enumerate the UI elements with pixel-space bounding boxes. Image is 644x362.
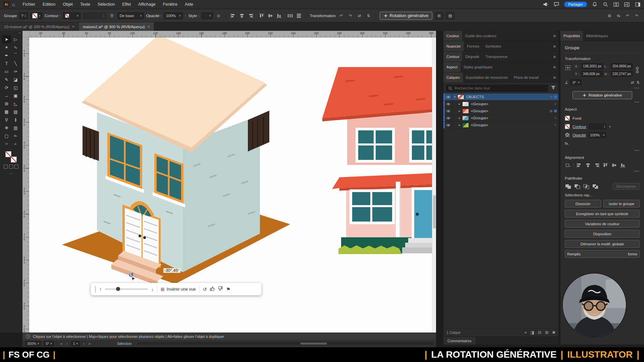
target-icon[interactable]: ◎ — [548, 109, 554, 113]
direct-selection-tool[interactable]: ▷ — [11, 35, 20, 43]
megaphone-icon[interactable] — [543, 2, 549, 7]
panel-tab-Nuancier[interactable]: Nuancier — [443, 41, 464, 51]
enregistrer-symbole-button[interactable]: Enregistrer en tant que symbole — [565, 210, 640, 218]
panel-tab-Transparence[interactable]: Transparence — [482, 52, 511, 62]
gradient-tool[interactable]: ▧ — [11, 108, 20, 116]
eyedropper-tool[interactable]: ⚲ — [2, 116, 11, 124]
visibility-toggle[interactable] — [445, 108, 452, 114]
menu-item-Edition[interactable]: Edition — [39, 2, 59, 7]
draw-inside-icon[interactable] — [14, 165, 18, 169]
house-1[interactable] — [62, 38, 290, 286]
vertical-scrollbar-thumb[interactable] — [433, 195, 436, 229]
align-right-icon[interactable] — [593, 162, 600, 168]
panel-tab-Calques[interactable]: Calques — [443, 72, 463, 82]
visibility-toggle[interactable] — [445, 94, 452, 100]
layer-row[interactable]: ▸<Groupe>○ — [443, 122, 558, 129]
tab-close-icon[interactable]: × — [72, 24, 74, 29]
search-icon[interactable] — [602, 2, 608, 7]
scale-tool[interactable]: ◱ — [11, 83, 20, 92]
expand-chevron-icon[interactable]: ▸ — [457, 109, 462, 113]
layer-row[interactable]: ▸<Groupe>○ — [443, 101, 558, 108]
workspace-icon[interactable] — [624, 2, 630, 7]
fill-label[interactable]: Fond — [573, 116, 581, 120]
document-tab-2-active[interactable]: maison2.ai* @ 300 % (RVB/Aperçu)× — [79, 22, 154, 31]
comments-tab[interactable]: Commentaires — [443, 337, 476, 345]
artboard-tool[interactable]: ▢ — [2, 132, 11, 140]
shape-builder-tool[interactable]: ⊞ — [2, 100, 11, 108]
align-bottom-icon[interactable] — [620, 162, 626, 168]
ruler-origin-corner[interactable] — [22, 31, 29, 38]
layer-row[interactable]: ▾OBJECTS○ — [443, 94, 558, 101]
selection-color-square[interactable] — [554, 96, 557, 98]
lasso-tool[interactable]: ∿ — [11, 43, 20, 51]
redo-icon[interactable]: ↷ — [633, 13, 640, 19]
perspective-grid-tool[interactable]: ◺ — [11, 100, 20, 108]
visibility-toggle[interactable] — [445, 101, 452, 107]
zoom-select[interactable]: 300%▾ — [25, 341, 41, 346]
zoom-tool[interactable]: ⌕ — [11, 140, 20, 148]
target-icon[interactable]: ○ — [552, 102, 558, 106]
horizontal-scrollbar[interactable] — [138, 342, 433, 345]
document-layout-icon[interactable]: ▤ — [446, 12, 454, 19]
dissocier-button[interactable]: Dissocier — [565, 200, 601, 207]
link-dimensions-icon[interactable] — [635, 63, 640, 74]
slider-knob[interactable] — [116, 287, 120, 291]
eraser-tool[interactable]: ◪ — [11, 75, 20, 83]
column-graph-tool[interactable]: ▥ — [11, 124, 20, 132]
locate-object-icon[interactable]: ⌖ — [525, 330, 527, 335]
panel-menu-icon[interactable]: ≡ — [550, 72, 558, 82]
flip-horizontal-icon[interactable]: ⇄ — [631, 80, 634, 85]
width-input[interactable] — [611, 63, 633, 69]
align-center-icon[interactable] — [238, 13, 245, 19]
tab-proprietes[interactable]: Propriétés — [560, 31, 583, 41]
artboard-number-select[interactable]: 1▾ — [71, 341, 80, 346]
transform-more-options[interactable]: ••• — [565, 86, 640, 90]
mesh-tool[interactable]: ▦ — [2, 108, 11, 116]
hand-tool[interactable]: ☞ — [2, 140, 11, 148]
align-top-icon[interactable] — [258, 13, 265, 19]
menu-item-Objet[interactable]: Objet — [59, 2, 76, 7]
edit-toolbar-icon[interactable]: ⋯ — [0, 171, 22, 176]
insert-view-button[interactable]: ⊞ Insérer une vue — [161, 287, 196, 292]
pathfinder-intersect-icon[interactable] — [583, 183, 590, 189]
panel-tab-Exportation de ressources[interactable]: Exportation de ressources — [463, 72, 511, 82]
layer-row[interactable]: ▸<Groupe>○ — [443, 115, 558, 122]
visibility-toggle[interactable] — [445, 122, 452, 128]
disposition-button[interactable]: Disposition — [565, 230, 640, 238]
opacity-panel-arrow-icon[interactable]: › — [185, 14, 186, 17]
expand-chevron-icon[interactable]: ▾ — [452, 95, 458, 99]
regenerate-icon[interactable]: ↺ — [203, 287, 207, 292]
type-tool[interactable]: T — [2, 59, 11, 67]
stroke-weight-dropdown-icon[interactable]: ▾ — [609, 125, 611, 128]
align-center-icon[interactable] — [585, 162, 591, 168]
align-left-icon[interactable] — [576, 162, 583, 168]
height-input[interactable] — [611, 71, 633, 77]
menu-item-Sélection[interactable]: Sélection — [94, 2, 118, 7]
panel-tab-Dégradé[interactable]: Dégradé — [462, 52, 482, 62]
new-layer-icon[interactable]: ⊞ — [545, 330, 548, 335]
transform-label[interactable]: Transformation — [310, 14, 336, 18]
help-icon[interactable]: ? — [26, 334, 30, 339]
undo-icon[interactable]: ↶ — [624, 13, 631, 19]
align-more-options[interactable]: ••• — [565, 170, 640, 173]
blend-tool[interactable]: ≬ — [11, 116, 20, 124]
layer-row[interactable]: ▸<Groupe>◎ — [443, 108, 558, 115]
rotation-slider[interactable] — [105, 289, 148, 290]
house-2[interactable] — [322, 67, 436, 254]
panel-tab-Formes[interactable]: Formes — [464, 41, 482, 51]
opacity-select[interactable]: 100%▾ — [164, 12, 183, 19]
generative-rotation-button[interactable]: Rotation générative — [380, 12, 433, 20]
panel-menu-icon[interactable]: ≡ — [550, 52, 558, 62]
pathfinder-exclude-icon[interactable] — [592, 183, 599, 189]
rotate-tool[interactable]: ⟳ — [2, 83, 11, 92]
illustrator-logo-icon[interactable]: Ai — [3, 1, 9, 7]
thumbs-down-icon[interactable] — [218, 286, 223, 292]
layers-search-input[interactable] — [446, 85, 548, 92]
workspace-grid-icon[interactable]: ⊞ — [606, 13, 613, 19]
line-segment-tool[interactable]: ╲ — [11, 59, 20, 67]
pen-tool[interactable]: ✒ — [2, 51, 11, 59]
horizontal-scrollbar-thumb[interactable] — [300, 343, 327, 345]
tab-bibliotheques[interactable]: Bibliothèques — [583, 31, 611, 41]
document-tab-1[interactable]: 10-maison.ai* @ 200 % (RVB/Aperçu)× — [0, 22, 79, 31]
fx-button[interactable]: fx. — [565, 141, 569, 145]
